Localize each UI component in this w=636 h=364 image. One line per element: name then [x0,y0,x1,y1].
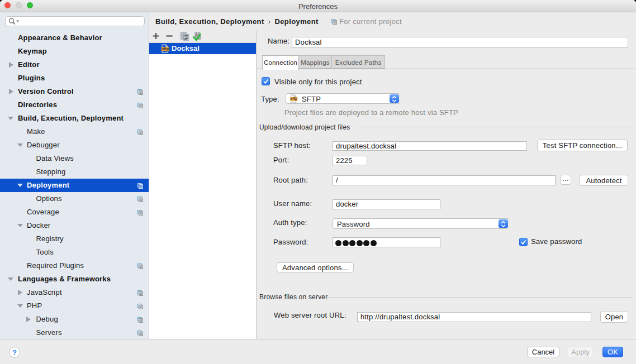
svg-text:sftp: sftp [162,47,169,51]
svg-text:sftp: sftp [290,97,297,101]
